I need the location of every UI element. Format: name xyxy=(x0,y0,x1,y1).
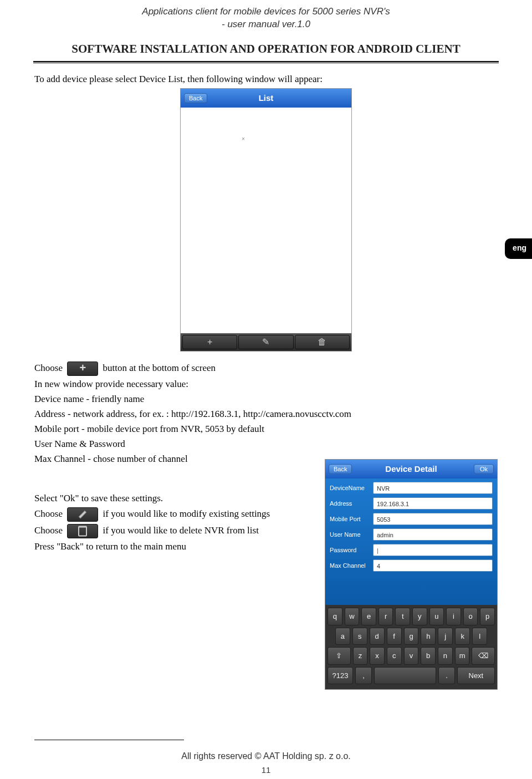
back-button[interactable]: Back xyxy=(329,464,352,474)
key-comma[interactable]: , xyxy=(355,667,372,685)
keyboard-row-2: a s d f g h j k l xyxy=(328,628,495,645)
choose-edit-line: Choose if you would like to modify exist… xyxy=(34,507,334,522)
input-max-channel[interactable]: 4 xyxy=(373,559,493,572)
row-address: Address 192.168.3.1 xyxy=(325,494,497,510)
row-max-channel: Max Channel 4 xyxy=(325,556,497,572)
input-device-name[interactable]: NVR xyxy=(373,482,493,494)
edit-button[interactable]: ✎ xyxy=(238,335,293,349)
list-titlebar: Back List xyxy=(181,89,351,108)
trash-icon: 🗑 xyxy=(318,336,326,348)
row-mobile-port: Mobile Port 5053 xyxy=(325,510,497,525)
row-password: Password xyxy=(325,541,497,556)
list-bottombar: + ✎ 🗑 xyxy=(181,333,351,351)
key-n[interactable]: n xyxy=(438,647,453,665)
input-password[interactable] xyxy=(373,544,493,556)
input-address[interactable]: 192.168.3.1 xyxy=(373,497,493,510)
key-v[interactable]: v xyxy=(404,647,419,665)
key-r[interactable]: r xyxy=(378,608,393,625)
trash-icon xyxy=(67,524,98,538)
key-d[interactable]: d xyxy=(370,628,385,645)
line-user-pass: User Name & Password xyxy=(34,438,334,451)
screenshot-device-detail: Back Device Detail Ok DeviceName NVR Add… xyxy=(325,459,498,690)
input-mobile-port[interactable]: 5053 xyxy=(373,513,493,525)
key-f[interactable]: f xyxy=(387,628,402,645)
input-user-name[interactable]: admin xyxy=(373,528,493,541)
key-l[interactable]: l xyxy=(472,628,487,645)
choose-word: Choose xyxy=(34,525,63,536)
page-number: 11 xyxy=(0,765,532,776)
key-shift[interactable]: ⇧ xyxy=(328,647,351,665)
intro-text: To add device please select Device List,… xyxy=(34,73,498,86)
header-line2: - user manual ver.1.0 xyxy=(0,18,532,31)
label-device-name: DeviceName xyxy=(330,484,373,492)
row-user-name: User Name admin xyxy=(325,525,497,541)
list-body: × xyxy=(181,108,351,333)
choose-word: Choose xyxy=(34,363,63,373)
back-button[interactable]: Back xyxy=(184,93,207,103)
choose-word: Choose xyxy=(34,508,63,519)
footer-rule xyxy=(34,740,184,740)
label-user-name: User Name xyxy=(330,531,373,539)
line-provide: In new window provide necessary value: xyxy=(34,378,498,391)
key-p[interactable]: p xyxy=(480,608,495,625)
key-e[interactable]: e xyxy=(361,608,376,625)
detail-titlebar: Back Device Detail Ok xyxy=(325,460,497,478)
line-select-ok: Select "Ok" to save these settings. xyxy=(34,492,334,505)
key-s[interactable]: s xyxy=(352,628,367,645)
on-screen-keyboard: q w e r t y u i o p a s d f g h j k l ⇧ … xyxy=(325,605,497,689)
key-h[interactable]: h xyxy=(421,628,436,645)
doc-header: Applications client for mobile devices f… xyxy=(0,0,532,31)
key-u[interactable]: u xyxy=(429,608,444,625)
key-backspace[interactable]: ⌫ xyxy=(472,647,495,665)
key-b[interactable]: b xyxy=(421,647,436,665)
screenshot-list: Back List × + ✎ 🗑 xyxy=(180,88,352,352)
detail-form: DeviceName NVR Address 192.168.3.1 Mobil… xyxy=(325,478,497,605)
key-o[interactable]: o xyxy=(463,608,478,625)
add-button[interactable]: + xyxy=(182,335,237,349)
divider xyxy=(33,61,499,63)
key-x[interactable]: x xyxy=(370,647,385,665)
close-mark: × xyxy=(242,135,245,143)
key-space[interactable] xyxy=(374,667,436,685)
section-heading: SOFTWARE INSTALLATION AND OPERATION FOR … xyxy=(0,41,532,57)
key-c[interactable]: c xyxy=(387,647,402,665)
key-w[interactable]: w xyxy=(345,608,360,625)
label-max-channel: Max Channel xyxy=(330,562,373,570)
ok-button[interactable]: Ok xyxy=(474,464,494,474)
key-z[interactable]: z xyxy=(353,647,368,665)
key-a[interactable]: a xyxy=(335,628,350,645)
footer-text: All rights reserved © AAT Holding sp. z … xyxy=(0,750,532,762)
line-max-channel: Max Channel - chose number of channel xyxy=(34,453,334,466)
label-address: Address xyxy=(330,500,373,508)
keyboard-row-4: ?123 , . Next xyxy=(328,667,495,685)
key-q[interactable]: q xyxy=(328,608,342,625)
header-line1: Applications client for mobile devices f… xyxy=(0,6,532,18)
line-address: Address - network address, for ex. : htt… xyxy=(34,408,498,421)
key-t[interactable]: t xyxy=(395,608,410,625)
delete-button[interactable]: 🗑 xyxy=(295,335,350,349)
choose-rest: button at the bottom of screen xyxy=(103,363,216,373)
keyboard-row-3: ⇧ z x c v b n m ⌫ xyxy=(328,647,495,665)
pencil-icon xyxy=(67,507,98,522)
key-i[interactable]: i xyxy=(446,608,461,625)
key-y[interactable]: y xyxy=(412,608,427,625)
key-g[interactable]: g xyxy=(404,628,419,645)
edit-rest: if you would like to modify existing set… xyxy=(103,508,270,519)
label-mobile-port: Mobile Port xyxy=(330,515,373,523)
language-tab[interactable]: eng xyxy=(505,238,532,259)
choose-add-line: Choose button at the bottom of screen xyxy=(34,362,498,376)
choose-delete-line: Choose if you would like to delete NVR f… xyxy=(34,524,334,538)
key-k[interactable]: k xyxy=(455,628,470,645)
label-password: Password xyxy=(330,546,373,554)
key-dot[interactable]: . xyxy=(438,667,455,685)
plus-icon xyxy=(67,362,98,376)
line-mobile-port: Mobile port - mobile device port from NV… xyxy=(34,423,334,436)
plus-icon: + xyxy=(207,336,212,348)
keyboard-row-1: q w e r t y u i o p xyxy=(328,608,495,625)
key-next[interactable]: Next xyxy=(457,667,495,685)
key-symbols[interactable]: ?123 xyxy=(328,667,353,685)
line-device-name: Device name - friendly name xyxy=(34,393,498,406)
key-j[interactable]: j xyxy=(438,628,453,645)
key-m[interactable]: m xyxy=(455,647,470,665)
line-press-back: Press "Back" to return to the main menu xyxy=(34,541,334,553)
